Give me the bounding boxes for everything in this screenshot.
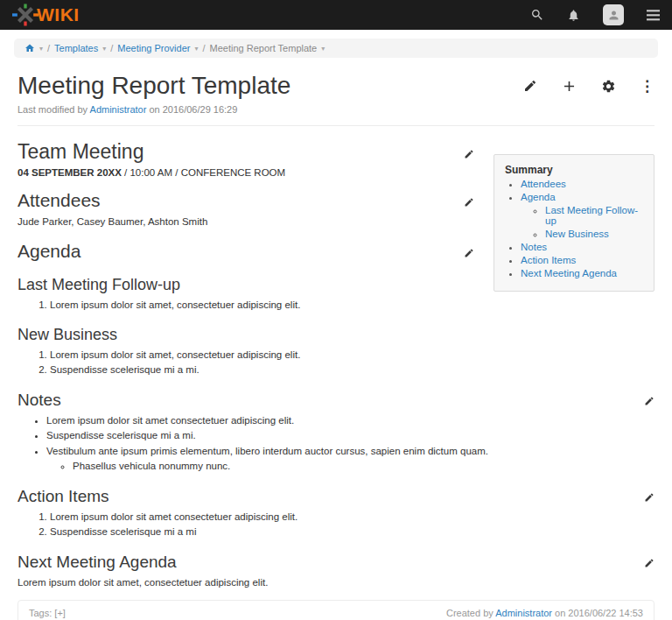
hamburger-menu-icon: [647, 10, 660, 21]
list-item: Suspendisse scelerisque mi a mi: [50, 525, 654, 539]
toc-link-notes[interactable]: Notes: [521, 242, 547, 252]
breadcrumb-separator: /: [47, 43, 50, 53]
chevron-down-icon[interactable]: ▾: [321, 45, 325, 53]
created-suffix: on 2016/06/22 14:53: [555, 608, 643, 618]
notifications-button[interactable]: [567, 9, 580, 22]
pencil-icon: [464, 248, 474, 258]
document-content: Summary Attendees Agenda Last Meeting Fo…: [18, 140, 654, 589]
breadcrumb-current-page: Meeting Report Template: [210, 43, 318, 53]
toc-link-attendees[interactable]: Attendees: [521, 179, 566, 189]
bell-icon: [567, 9, 580, 22]
pencil-icon: [464, 197, 474, 208]
list-item: Suspendisse scelerisque mi a mi.: [50, 363, 654, 377]
list-item: Suspendisse scelerisque mi a mi.: [46, 428, 654, 442]
header-divider: [18, 125, 654, 126]
toc-item: Last Meeting Follow-up: [545, 205, 647, 226]
section-title-new-business: New Business: [18, 326, 117, 344]
gear-icon: [601, 79, 616, 94]
list-item: Lorem ipsum dolor sit amet consectetuer …: [46, 413, 654, 427]
page-title: Meeting Report Template: [18, 72, 290, 100]
home-icon: [24, 43, 35, 53]
toc-item: New Business: [545, 229, 647, 239]
created-by-line: Created by Administrator on 2016/06/22 1…: [446, 608, 643, 618]
section-edit-button[interactable]: [464, 248, 474, 258]
section-edit-button[interactable]: [644, 396, 654, 406]
breadcrumb-separator: /: [110, 43, 113, 53]
section-edit-button[interactable]: [644, 558, 654, 568]
toc-item: Notes: [521, 242, 647, 252]
breadcrumb: ▾ / Templates ▾ / Meeting Provider ▾ / M…: [14, 39, 658, 58]
plus-icon: [561, 78, 578, 95]
pencil-icon: [644, 558, 654, 568]
next-meeting-agenda-text: Lorem ipsum dolor sit amet, consectetuer…: [18, 575, 654, 589]
toc-link-last-meeting-follow-up[interactable]: Last Meeting Follow-up: [545, 205, 638, 226]
search-icon: [530, 8, 544, 22]
search-button[interactable]: [530, 8, 544, 22]
toc-item: Action Items: [521, 255, 647, 265]
toc-item: Attendees: [521, 179, 647, 189]
drawer-menu-button[interactable]: [647, 10, 660, 21]
modified-author-link[interactable]: Administrator: [90, 104, 147, 115]
breadcrumb-separator: /: [202, 43, 205, 53]
chevron-down-icon[interactable]: ▾: [39, 45, 43, 53]
breadcrumb-home-link[interactable]: [24, 43, 35, 53]
section-title-action-items: Action Items: [18, 487, 109, 506]
tags-area: Tags: [+]: [29, 608, 66, 618]
pencil-icon: [523, 79, 537, 93]
settings-button[interactable]: [601, 79, 616, 94]
xwiki-x-icon: [12, 4, 38, 26]
pencil-icon: [464, 149, 474, 159]
created-author-link[interactable]: Administrator: [495, 608, 552, 618]
list-item: Lorem ipsum dolor sit amet, consectetuer…: [50, 298, 654, 312]
edit-button[interactable]: [523, 79, 537, 93]
section-title-attendees: Attendees: [18, 190, 101, 211]
summary-panel: Summary Attendees Agenda Last Meeting Fo…: [494, 154, 654, 292]
section-title-team-meeting: Team Meeting: [18, 140, 144, 164]
user-avatar-icon: [607, 9, 620, 22]
section-edit-button[interactable]: [644, 492, 654, 503]
created-prefix: Created by: [446, 608, 494, 618]
section-title-last-meeting-follow-up: Last Meeting Follow-up: [18, 276, 180, 294]
last-meeting-follow-up-list: Lorem ipsum dolor sit amet, consectetuer…: [18, 298, 654, 312]
list-item-text: Vestibulum ante ipsum primis elementum, …: [46, 446, 488, 456]
summary-title: Summary: [505, 164, 647, 176]
section-edit-button[interactable]: [464, 149, 474, 159]
section-edit-button[interactable]: [464, 197, 474, 208]
more-actions-button[interactable]: ⋮: [640, 79, 654, 94]
page-actions: ⋮: [523, 78, 654, 95]
meeting-time-room: / 10:00 AM / CONFERENCE ROOM: [122, 167, 285, 178]
section-title-next-meeting-agenda: Next Meeting Agenda: [18, 553, 177, 572]
modified-suffix: on 2016/06/29 16:29: [149, 104, 237, 115]
add-tag-button[interactable]: [+]: [54, 608, 66, 618]
breadcrumb-link-templates[interactable]: Templates: [54, 43, 98, 53]
tags-label: Tags:: [29, 608, 52, 618]
logo-text: WIKI: [37, 4, 80, 25]
notes-sublist: Phasellus vehicula nonummy nunc.: [46, 459, 654, 473]
pencil-icon: [644, 492, 654, 503]
chevron-down-icon[interactable]: ▾: [194, 45, 198, 53]
meeting-date: 04 SEPTEMBER 20XX: [18, 167, 122, 178]
pencil-icon: [644, 396, 654, 406]
user-avatar-button[interactable]: [603, 4, 624, 25]
toc-link-new-business[interactable]: New Business: [545, 229, 609, 239]
section-title-notes: Notes: [18, 391, 61, 410]
document-area: Meeting Report Template ⋮ Las: [0, 58, 672, 589]
notes-list: Lorem ipsum dolor sit amet consectetuer …: [18, 413, 654, 472]
toc-item: Next Meeting Agenda: [521, 268, 647, 278]
xwiki-logo[interactable]: WIKI: [12, 4, 80, 26]
modified-prefix: Last modified by: [18, 104, 88, 115]
toc-link-action-items[interactable]: Action Items: [521, 255, 576, 265]
new-business-list: Lorem ipsum dolor sit amet, consectetuer…: [18, 348, 654, 377]
topbar-icon-group: [530, 4, 660, 25]
list-item: Vestibulum ante ipsum primis elementum, …: [46, 444, 654, 473]
chevron-down-icon[interactable]: ▾: [102, 45, 106, 53]
last-modified-line: Last modified by Administrator on 2016/0…: [18, 104, 654, 115]
create-button[interactable]: [561, 78, 578, 95]
toc-sublist: Last Meeting Follow-up New Business: [521, 205, 647, 239]
toc-link-agenda[interactable]: Agenda: [521, 192, 556, 202]
document-footer: Tags: [+] Created by Administrator on 20…: [18, 600, 654, 620]
toc-link-next-meeting-agenda[interactable]: Next Meeting Agenda: [521, 268, 617, 278]
breadcrumb-link-meeting-provider[interactable]: Meeting Provider: [117, 43, 190, 53]
top-navigation-bar: WIKI: [0, 0, 672, 30]
action-items-list: Lorem ipsum dolor sit amet consectetuer …: [18, 510, 654, 539]
